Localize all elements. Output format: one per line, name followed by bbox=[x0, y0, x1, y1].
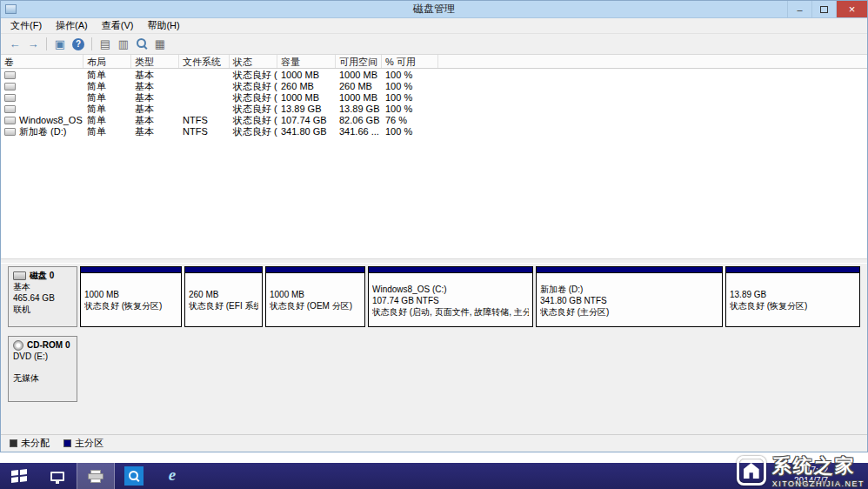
partition-size: 341.80 GB NTFS bbox=[540, 295, 718, 306]
cell-filesystem: NTFS bbox=[179, 125, 230, 137]
partition-c-drive[interactable]: Windows8_OS (C:) 107.74 GB NTFS 状态良好 (启动… bbox=[368, 266, 533, 327]
column-header-capacity[interactable]: 容量 bbox=[277, 55, 336, 68]
volume-list: 卷 布局 类型 文件系统 状态 容量 可用空间 % 可用 简单 基本 状态良好 … bbox=[1, 55, 867, 258]
disk-name: 磁盘 0 bbox=[30, 270, 54, 281]
taskbar-ie-button[interactable]: e bbox=[153, 463, 191, 489]
partition-recovery-1[interactable]: 1000 MB 状态良好 (恢复分区) bbox=[80, 266, 182, 327]
partition-efi[interactable]: 260 MB 状态良好 (EFI 系统分... bbox=[184, 266, 263, 327]
desktop-screen: 磁盘管理 – × 文件(F) 操作(A) 查看(V) 帮助(H) ← → ▣ ?… bbox=[0, 0, 868, 489]
printer-icon bbox=[88, 470, 103, 483]
partition-status: 状态良好 (恢复分区) bbox=[84, 300, 177, 311]
partition-label: 新加卷 (D:) bbox=[540, 284, 718, 295]
toolbar-separator bbox=[46, 37, 47, 50]
cell-pct-free: 76 % bbox=[382, 114, 438, 125]
cell-type: 基本 bbox=[131, 69, 179, 80]
primary-partition-swatch bbox=[63, 439, 71, 447]
titlebar[interactable]: 磁盘管理 – × bbox=[1, 1, 867, 18]
partitions: 1000 MB 状态良好 (恢复分区) 260 MB 状态良好 (EFI 系统分… bbox=[80, 266, 860, 327]
volume-icon bbox=[4, 83, 16, 90]
partition-d-drive[interactable]: 新加卷 (D:) 341.80 GB NTFS 状态良好 (主分区) bbox=[536, 266, 723, 327]
cell-free: 82.06 GB bbox=[336, 114, 382, 125]
partition-status: 状态良好 (OEM 分区) bbox=[270, 300, 361, 311]
cd-rom-icon bbox=[13, 340, 23, 351]
menu-action[interactable]: 操作(A) bbox=[49, 18, 95, 33]
partition-status: 状态良好 (恢复分区) bbox=[730, 300, 856, 311]
help-icon[interactable]: ? bbox=[70, 36, 87, 53]
cell-status: 状态良好 (... bbox=[230, 91, 277, 103]
pane-splitter[interactable] bbox=[1, 258, 867, 263]
cell-type: 基本 bbox=[131, 114, 179, 125]
cell-layout: 简单 bbox=[83, 80, 131, 91]
internet-explorer-icon: e bbox=[169, 466, 176, 485]
volume-row[interactable]: Windows8_OS (C:) 简单 基本 NTFS 状态良好 (... 10… bbox=[1, 114, 867, 125]
taskbar-search-button[interactable] bbox=[115, 463, 153, 489]
search-icon[interactable] bbox=[133, 36, 150, 53]
menu-help[interactable]: 帮助(H) bbox=[140, 18, 186, 33]
column-header-type[interactable]: 类型 bbox=[131, 55, 179, 68]
maximize-icon bbox=[820, 6, 828, 13]
legend-label: 未分配 bbox=[21, 437, 50, 450]
forward-icon[interactable]: → bbox=[24, 36, 42, 53]
console-window-icon[interactable]: ▣ bbox=[51, 36, 69, 53]
cdrom-info-box[interactable]: CD-ROM 0 DVD (E:) 无媒体 bbox=[8, 336, 77, 402]
unallocated-swatch bbox=[10, 439, 17, 447]
volume-row[interactable]: 简单 基本 状态良好 (... 260 MB 260 MB 100 % bbox=[1, 80, 867, 91]
cell-volume bbox=[1, 103, 83, 114]
partition-type-strip bbox=[81, 267, 181, 273]
volume-icon bbox=[4, 71, 16, 79]
start-button[interactable] bbox=[0, 463, 38, 489]
menu-view[interactable]: 查看(V) bbox=[95, 18, 141, 33]
cell-capacity: 341.80 GB bbox=[277, 125, 336, 137]
watermark-logo-icon bbox=[737, 456, 766, 486]
legend-unallocated: 未分配 bbox=[10, 437, 50, 450]
volume-row[interactable]: 简单 基本 状态良好 (... 13.89 GB 13.89 GB 100 % bbox=[1, 103, 867, 114]
column-header-filesystem[interactable]: 文件系统 bbox=[179, 55, 230, 68]
cell-free: 1000 MB bbox=[336, 91, 382, 103]
partition-type-strip bbox=[266, 267, 364, 273]
column-header-volume[interactable]: 卷 bbox=[1, 55, 83, 68]
column-header-free[interactable]: 可用空间 bbox=[336, 55, 382, 68]
grid-view-icon[interactable]: ▦ bbox=[151, 36, 169, 53]
cell-type: 基本 bbox=[131, 125, 179, 137]
cell-volume bbox=[1, 91, 83, 103]
close-button[interactable]: × bbox=[836, 1, 867, 17]
column-header-status[interactable]: 状态 bbox=[230, 55, 277, 68]
partition-type-strip bbox=[369, 267, 532, 273]
window-title: 磁盘管理 bbox=[413, 2, 455, 17]
export-list-icon[interactable]: ▤ bbox=[97, 36, 114, 53]
partition-type-strip bbox=[537, 267, 722, 273]
cell-capacity: 1000 MB bbox=[277, 91, 336, 103]
back-icon[interactable]: ← bbox=[6, 36, 23, 53]
disk0-row: 磁盘 0 基本 465.64 GB 联机 1000 MB 状态良好 (恢复分区) bbox=[8, 266, 860, 327]
column-header-pct-free[interactable]: % 可用 bbox=[382, 55, 438, 68]
legend-label: 主分区 bbox=[75, 437, 103, 450]
windows-logo-icon bbox=[11, 469, 27, 483]
menu-file[interactable]: 文件(F) bbox=[3, 18, 49, 33]
watermark-site: XITONGZHIJIA.NET bbox=[772, 479, 865, 488]
partition-size: 1000 MB bbox=[84, 289, 177, 300]
cell-status: 状态良好 (... bbox=[230, 69, 277, 80]
taskbar-desktop-button[interactable] bbox=[38, 463, 77, 489]
minimize-button[interactable]: – bbox=[787, 1, 811, 17]
partition-size: 260 MB bbox=[189, 289, 258, 300]
maximize-button[interactable] bbox=[811, 1, 836, 17]
cell-status: 状态良好 (... bbox=[230, 80, 277, 91]
partition-oem[interactable]: 1000 MB 状态良好 (OEM 分区) bbox=[265, 266, 365, 327]
cdrom-drive-letter: DVD (E:) bbox=[13, 351, 72, 362]
cell-free: 341.66 ... bbox=[336, 125, 382, 137]
partition-type-strip bbox=[185, 267, 262, 273]
properties-icon[interactable]: ▥ bbox=[115, 36, 132, 53]
column-header-layout[interactable]: 布局 bbox=[83, 55, 131, 68]
volume-icon bbox=[4, 117, 16, 124]
volume-row[interactable]: 简单 基本 状态良好 (... 1000 MB 1000 MB 100 % bbox=[1, 91, 867, 103]
graphical-view: 磁盘 0 基本 465.64 GB 联机 1000 MB 状态良好 (恢复分区) bbox=[1, 264, 867, 434]
volume-row[interactable]: 新加卷 (D:) 简单 基本 NTFS 状态良好 (... 341.80 GB … bbox=[1, 125, 867, 137]
cell-filesystem bbox=[179, 69, 230, 80]
partition-label: Windows8_OS (C:) bbox=[372, 284, 529, 295]
volume-icon bbox=[4, 94, 16, 102]
disk0-info-box[interactable]: 磁盘 0 基本 465.64 GB 联机 bbox=[8, 266, 77, 327]
partition-recovery-2[interactable]: 13.89 GB 状态良好 (恢复分区) bbox=[725, 266, 860, 327]
volume-row[interactable]: 简单 基本 状态良好 (... 1000 MB 1000 MB 100 % bbox=[1, 69, 867, 80]
taskbar-printer-button[interactable] bbox=[77, 463, 115, 489]
search-tile bbox=[124, 466, 144, 486]
